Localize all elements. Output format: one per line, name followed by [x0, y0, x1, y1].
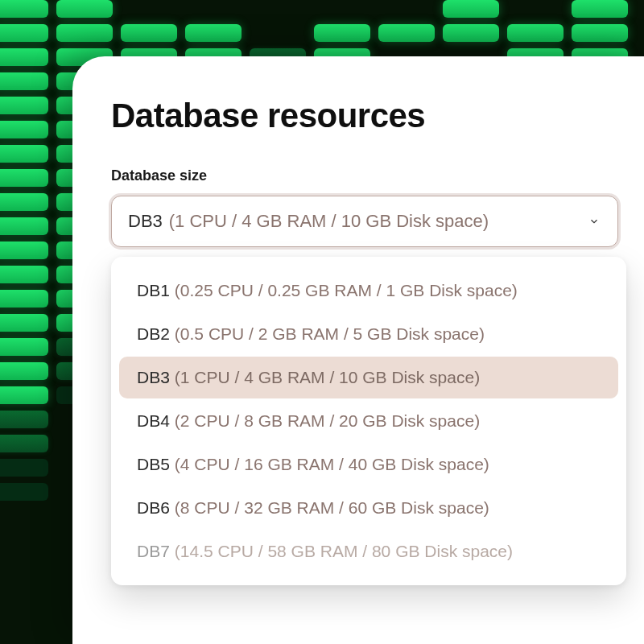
- field-label-database-size: Database size: [111, 167, 604, 184]
- database-size-option-db1[interactable]: DB1 (0.25 CPU / 0.25 GB RAM / 1 GB Disk …: [119, 270, 618, 312]
- option-spec: (14.5 CPU / 58 GB RAM / 80 GB Disk space…: [175, 542, 513, 561]
- database-size-select[interactable]: DB3 (1 CPU / 4 GB RAM / 10 GB Disk space…: [111, 196, 618, 247]
- database-size-option-db4[interactable]: DB4 (2 CPU / 8 GB RAM / 20 GB Disk space…: [119, 400, 618, 442]
- option-name: DB1: [137, 281, 170, 300]
- option-spec: (8 CPU / 32 GB RAM / 60 GB Disk space): [175, 498, 489, 518]
- select-value-name: DB3: [128, 211, 163, 232]
- option-name: DB4: [137, 411, 170, 431]
- option-spec: (0.5 CPU / 2 GB RAM / 5 GB Disk space): [175, 324, 485, 344]
- option-name: DB2: [137, 324, 170, 344]
- database-size-option-db7[interactable]: DB7 (14.5 CPU / 58 GB RAM / 80 GB Disk s…: [119, 530, 618, 572]
- database-size-option-db5[interactable]: DB5 (4 CPU / 16 GB RAM / 40 GB Disk spac…: [119, 444, 618, 485]
- option-spec: (0.25 CPU / 0.25 GB RAM / 1 GB Disk spac…: [175, 281, 518, 300]
- database-size-option-db2[interactable]: DB2 (0.5 CPU / 2 GB RAM / 5 GB Disk spac…: [119, 313, 618, 355]
- database-size-dropdown: DB1 (0.25 CPU / 0.25 GB RAM / 1 GB Disk …: [111, 257, 626, 585]
- database-size-option-db6[interactable]: DB6 (8 CPU / 32 GB RAM / 60 GB Disk spac…: [119, 487, 618, 529]
- option-name: DB3: [137, 368, 170, 387]
- settings-card: Database resources Database size DB3 (1 …: [72, 56, 644, 644]
- database-size-option-db3[interactable]: DB3 (1 CPU / 4 GB RAM / 10 GB Disk space…: [119, 357, 618, 398]
- option-name: DB5: [137, 455, 170, 474]
- option-spec: (1 CPU / 4 GB RAM / 10 GB Disk space): [175, 368, 480, 387]
- option-name: DB6: [137, 498, 170, 518]
- page-title: Database resources: [111, 97, 604, 135]
- database-size-field: DB3 (1 CPU / 4 GB RAM / 10 GB Disk space…: [111, 196, 618, 247]
- option-spec: (2 CPU / 8 GB RAM / 20 GB Disk space): [175, 411, 480, 431]
- select-value-spec: (1 CPU / 4 GB RAM / 10 GB Disk space): [169, 211, 489, 232]
- option-name: DB7: [137, 542, 170, 561]
- option-spec: (4 CPU / 16 GB RAM / 40 GB Disk space): [175, 455, 489, 474]
- chevron-down-icon: [588, 216, 600, 227]
